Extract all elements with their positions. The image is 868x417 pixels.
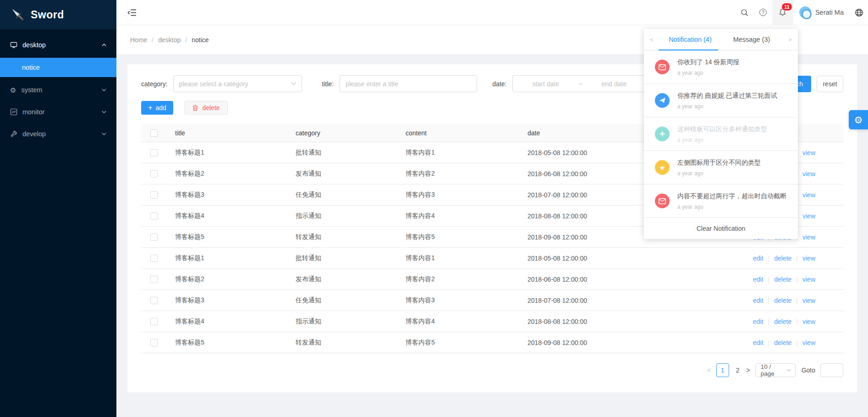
delete-button[interactable]: delete <box>184 101 228 115</box>
add-button[interactable]: + add <box>141 101 173 115</box>
view-link[interactable]: view <box>802 318 815 325</box>
delete-link[interactable]: delete <box>774 318 791 325</box>
sidebar-item-label: develop <box>22 130 46 138</box>
row-checkbox[interactable] <box>150 255 158 262</box>
notification-bell-button[interactable]: 11 <box>772 0 793 25</box>
breadcrumb-home[interactable]: Home <box>130 36 147 44</box>
view-link[interactable]: view <box>802 212 815 220</box>
notification-list: 你收到了 14 份新周报a year ago你推荐的 曲妮妮 已通过第三轮面试a… <box>644 50 798 218</box>
search-button[interactable] <box>736 0 754 25</box>
notification-title: 左侧图标用于区分不同的类型 <box>677 159 761 167</box>
breadcrumb-current: notice <box>192 36 209 44</box>
view-link[interactable]: view <box>802 276 815 283</box>
clear-notification-button[interactable]: Clear Notification <box>644 218 798 239</box>
view-link[interactable]: view <box>802 339 815 346</box>
globe-icon <box>855 8 863 17</box>
notification-item[interactable]: ★左侧图标用于区分不同的类型a year ago <box>644 151 798 184</box>
prev-page-button[interactable]: < <box>707 367 711 374</box>
sidebar-item-develop[interactable]: develop <box>0 125 116 143</box>
avatar <box>799 6 811 18</box>
app-window: Sword desktop notice ⚙ system monitor <box>0 0 868 417</box>
notification-item[interactable]: 你收到了 14 份新周报a year ago <box>644 50 798 84</box>
delete-link[interactable]: delete <box>774 255 791 262</box>
page-size-value: 10 / page <box>761 363 786 377</box>
row-checkbox[interactable] <box>150 339 158 346</box>
row-checkbox[interactable] <box>150 318 158 325</box>
chevron-up-icon <box>102 44 106 46</box>
row-checkbox[interactable] <box>150 276 158 283</box>
view-link[interactable]: view <box>802 255 815 262</box>
page-size-select[interactable]: 10 / page <box>755 363 796 377</box>
theme-settings-button[interactable]: ⚙ <box>849 110 868 129</box>
category-select[interactable]: please select a category <box>173 75 302 92</box>
row-checkbox[interactable] <box>150 191 158 199</box>
end-date-placeholder: end date <box>602 80 627 88</box>
column-header-content: content <box>397 129 519 137</box>
notification-item[interactable]: 内容不要超过两行字，超出时自动截断a year ago <box>644 184 798 218</box>
sidebar-collapse-button[interactable] <box>116 9 137 17</box>
view-link[interactable]: view <box>802 191 815 199</box>
tabs-next-icon[interactable]: > <box>782 36 798 43</box>
page-2-button[interactable]: 2 <box>734 367 742 374</box>
table-row: 博客标题3任免通知博客内容32018-07-08 12:00:00edit|de… <box>141 290 843 311</box>
edit-link[interactable]: edit <box>753 339 764 346</box>
date-range-picker[interactable]: start date ~ end date <box>512 75 646 92</box>
header-actions: ? 11 Serati Ma <box>736 0 868 25</box>
edit-link[interactable]: edit <box>753 255 764 262</box>
sidebar-item-monitor[interactable]: monitor <box>0 103 116 121</box>
cell-date: 2018-05-08 12:00:00 <box>519 255 743 262</box>
gear-icon: ⚙ <box>854 115 863 125</box>
next-page-button[interactable]: > <box>746 367 750 374</box>
cell-category: 转发通知 <box>287 233 397 241</box>
reset-button[interactable]: reset <box>817 76 843 92</box>
view-link[interactable]: view <box>802 170 815 178</box>
action-separator: | <box>796 255 798 262</box>
sidebar-item-label: monitor <box>22 108 44 116</box>
user-menu[interactable]: Serati Ma <box>793 0 850 25</box>
tab-message[interactable]: Message (3) <box>721 36 782 43</box>
row-checkbox[interactable] <box>150 297 158 304</box>
trash-icon <box>192 105 198 111</box>
delete-link[interactable]: delete <box>774 276 791 283</box>
view-link[interactable]: view <box>802 297 815 304</box>
title-input[interactable] <box>340 75 477 92</box>
delete-link[interactable]: delete <box>774 339 791 346</box>
table-row: 博客标题4指示通知博客内容42018-08-08 12:00:00edit|de… <box>141 311 843 332</box>
cell-actions: edit|delete|view <box>743 276 843 283</box>
row-checkbox[interactable] <box>150 234 158 241</box>
tabs-prev-icon[interactable]: < <box>644 36 659 43</box>
delete-link[interactable]: delete <box>774 297 791 304</box>
star-icon: ★ <box>655 160 670 175</box>
menu-fold-icon <box>127 9 137 17</box>
brand-logo[interactable]: Sword <box>0 0 116 29</box>
cell-title: 博客标题4 <box>167 317 287 326</box>
edit-link[interactable]: edit <box>753 297 764 304</box>
cell-date: 2018-08-08 12:00:00 <box>519 318 743 325</box>
select-all-checkbox[interactable] <box>150 129 158 137</box>
column-header-title: title <box>167 129 287 137</box>
sidebar-item-notice-active[interactable]: notice <box>0 58 116 77</box>
row-checkbox[interactable] <box>150 212 158 220</box>
row-checkbox[interactable] <box>150 170 158 178</box>
cell-category: 发布通知 <box>287 275 397 284</box>
action-separator: | <box>796 276 798 283</box>
view-link[interactable]: view <box>802 149 815 156</box>
notification-item[interactable]: 你推荐的 曲妮妮 已通过第三轮面试a year ago <box>644 84 798 117</box>
language-button[interactable] <box>850 0 868 25</box>
line-chart-icon <box>10 108 17 116</box>
notification-item[interactable]: +这种模板可以区分多种通知类型a year ago <box>644 117 798 151</box>
sidebar-item-system[interactable]: ⚙ system <box>0 81 116 99</box>
edit-link[interactable]: edit <box>753 276 764 283</box>
sidebar-item-desktop[interactable]: desktop <box>0 36 116 54</box>
page-1-button[interactable]: 1 <box>716 363 729 377</box>
breadcrumb-desktop[interactable]: desktop <box>158 36 181 44</box>
sidebar-item-label: notice <box>22 64 40 71</box>
view-link[interactable]: view <box>802 234 815 241</box>
help-button[interactable]: ? <box>754 0 772 25</box>
cell-content: 博客内容1 <box>397 254 519 262</box>
goto-page-input[interactable] <box>820 363 843 377</box>
row-checkbox[interactable] <box>150 149 158 156</box>
cell-category: 任免通知 <box>287 191 397 199</box>
edit-link[interactable]: edit <box>753 318 764 325</box>
tab-notification[interactable]: Notification (4) <box>659 36 721 43</box>
